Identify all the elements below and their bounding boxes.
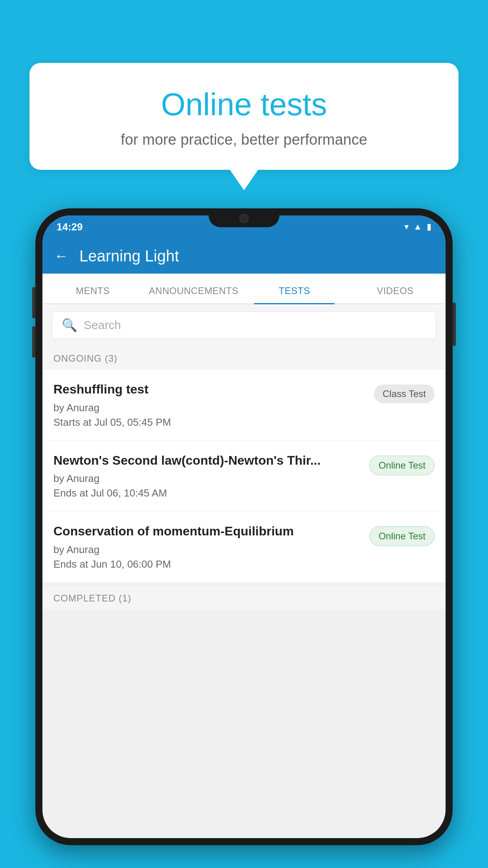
tab-tests[interactable]: TESTS [244,285,345,303]
phone-mockup: 14:29 ▾ ▲ ▮ ← Learning Light MENTS ANNOU… [35,208,453,868]
tab-announcements[interactable]: ANNOUNCEMENTS [143,285,244,303]
test-badge-class: Class Test [374,384,435,403]
test-title: Reshuffling test [53,381,366,398]
signal-icon: ▲ [413,222,422,232]
test-author: by Anurag [53,544,361,556]
test-author: by Anurag [53,402,366,414]
test-info: Newton's Second law(contd)-Newton's Thir… [53,452,369,500]
app-title: Learning Light [79,247,179,265]
phone-notch [209,208,279,227]
tests-list: Reshuffling test by Anurag Starts at Jul… [42,370,446,583]
back-button[interactable]: ← [54,248,68,264]
phone-screen: 14:29 ▾ ▲ ▮ ← Learning Light MENTS ANNOU… [42,215,446,838]
test-time: Ends at Jun 10, 06:00 PM [53,558,361,570]
test-item[interactable]: Newton's Second law(contd)-Newton's Thir… [42,441,446,512]
search-icon: 🔍 [62,318,77,333]
status-time: 14:29 [57,221,83,233]
completed-section-label: COMPLETED (1) [42,586,446,609]
bubble-subtitle: for more practice, better performance [49,131,439,148]
test-title: Conservation of momentum-Equilibrium [53,523,361,540]
camera-icon [239,214,249,223]
power-button [453,303,456,346]
tabs-container: MENTS ANNOUNCEMENTS TESTS VIDEOS [42,274,446,304]
test-time: Starts at Jul 05, 05:45 PM [53,416,366,428]
wifi-icon: ▾ [404,222,409,232]
phone-frame: 14:29 ▾ ▲ ▮ ← Learning Light MENTS ANNOU… [35,208,453,845]
ongoing-section-label: ONGOING (3) [42,346,446,370]
promo-bubble: Online tests for more practice, better p… [29,63,459,170]
test-title: Newton's Second law(contd)-Newton's Thir… [53,452,361,469]
test-item[interactable]: Reshuffling test by Anurag Starts at Jul… [42,370,446,441]
test-info: Reshuffling test by Anurag Starts at Jul… [53,381,374,428]
status-icons: ▾ ▲ ▮ [404,222,431,232]
bubble-title: Online tests [49,86,439,123]
tab-videos[interactable]: VIDEOS [345,285,446,303]
app-header: ← Learning Light [42,238,446,274]
test-info: Conservation of momentum-Equilibrium by … [53,523,369,570]
test-badge-online: Online Test [369,526,435,546]
volume-up-button [32,287,35,318]
tab-ments[interactable]: MENTS [42,285,143,303]
volume-down-button [32,326,35,358]
test-item[interactable]: Conservation of momentum-Equilibrium by … [42,511,446,583]
test-time: Ends at Jul 06, 10:45 AM [53,487,361,499]
battery-icon: ▮ [427,222,431,232]
test-author: by Anurag [53,473,361,485]
test-badge-online: Online Test [369,456,435,475]
search-container: 🔍 Search [42,304,446,346]
search-placeholder: Search [84,318,121,332]
search-bar[interactable]: 🔍 Search [52,311,436,339]
